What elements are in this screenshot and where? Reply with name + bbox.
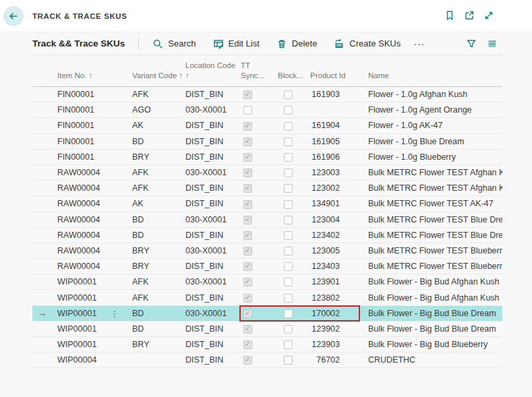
tt-sync-checkbox[interactable] [243, 340, 252, 349]
item-no-cell[interactable]: RAW00004 [57, 262, 132, 271]
blocked-checkbox[interactable] [284, 309, 293, 318]
item-no-cell[interactable]: RAW00004 [57, 246, 132, 255]
open-in-window-icon[interactable] [464, 10, 475, 21]
column-header-location-code[interactable]: Location Code↑ [185, 55, 241, 86]
item-no-cell[interactable]: RAW00004 [57, 215, 132, 224]
product-id-cell[interactable]: 123402 [310, 231, 368, 240]
location-code-cell[interactable]: DIST_BIN [185, 355, 241, 365]
name-cell[interactable]: Flower - 1.0g Blueberry [368, 152, 502, 162]
tt-sync-checkbox[interactable] [243, 138, 252, 146]
table-row[interactable]: RAW00004BRY030-X0001123005Bulk METRC Flo… [32, 243, 502, 259]
tt-sync-checkbox[interactable] [243, 325, 252, 334]
product-id-cell[interactable]: 123902 [310, 324, 368, 334]
view-options-icon[interactable] [487, 38, 498, 49]
product-id-cell[interactable]: 170002 [310, 309, 368, 318]
location-code-cell[interactable]: DIST_BIN [185, 231, 241, 240]
name-cell[interactable]: Bulk METRC Flower TEST Blueberry [368, 246, 502, 255]
tt-sync-checkbox[interactable] [243, 184, 252, 193]
variant-code-cell[interactable]: BRY [132, 152, 185, 162]
table-row[interactable]: WIP00001BDDIST_BIN123902Bulk Flower - Bi… [32, 322, 502, 337]
name-cell[interactable]: Bulk Flower - Big Bud Blue Dream [368, 309, 502, 318]
product-id-cell[interactable]: 161904 [310, 121, 368, 130]
variant-code-cell[interactable]: AFK [132, 293, 185, 303]
location-code-cell[interactable]: 030-X0001 [185, 246, 241, 255]
blocked-checkbox[interactable] [284, 184, 293, 193]
table-row[interactable]: WIP00001BRYDIST_BIN123903Bulk Flower - B… [32, 337, 502, 353]
product-id-cell[interactable]: 123901 [310, 277, 368, 286]
variant-code-cell[interactable]: BD [132, 309, 185, 318]
variant-code-cell[interactable]: AFK [132, 168, 185, 177]
name-cell[interactable]: Flower - 1.0g Afghan Kush [368, 90, 502, 99]
product-id-cell[interactable]: 123005 [310, 246, 368, 255]
table-row[interactable]: RAW00004BDDIST_BIN123402Bulk METRC Flowe… [32, 228, 502, 243]
location-code-cell[interactable]: DIST_BIN [185, 152, 241, 162]
name-cell[interactable]: Bulk METRC Flower TEST AK-47 [368, 199, 502, 208]
name-cell[interactable]: Bulk Flower - Big Bud Afghan Kush [368, 293, 502, 303]
item-no-cell[interactable]: WIP00004 [57, 355, 132, 365]
variant-code-cell[interactable]: BD [132, 231, 185, 240]
blocked-checkbox[interactable] [284, 231, 293, 240]
product-id-cell[interactable]: 76702 [310, 355, 368, 365]
blocked-checkbox[interactable] [284, 356, 293, 365]
tt-sync-checkbox[interactable] [243, 309, 252, 318]
delete-button[interactable]: Delete [276, 38, 318, 49]
name-cell[interactable]: Flower - 1.0g AK-47 [368, 121, 502, 130]
product-id-cell[interactable]: 161906 [310, 152, 368, 162]
name-cell[interactable]: Flower - 1.0g Blue Dream [368, 137, 502, 146]
name-cell[interactable]: Bulk Flower - Big Bud Blueberry [368, 340, 502, 349]
table-row[interactable]: FIN00001AKDIST_BIN161904Flower - 1.0g AK… [32, 118, 502, 133]
product-id-cell[interactable]: 123003 [310, 168, 368, 177]
table-row[interactable]: WIP00004DIST_BIN76702CRUDETHC [32, 353, 502, 368]
bookmark-icon[interactable] [444, 10, 455, 21]
location-code-cell[interactable]: DIST_BIN [185, 293, 241, 303]
blocked-checkbox[interactable] [284, 262, 293, 271]
location-code-cell[interactable]: DIST_BIN [185, 121, 241, 130]
location-code-cell[interactable]: 030-X0001 [185, 309, 241, 318]
location-code-cell[interactable]: DIST_BIN [185, 199, 241, 208]
search-button[interactable]: Search [152, 38, 196, 49]
name-cell[interactable]: CRUDETHC [368, 355, 502, 365]
blocked-checkbox[interactable] [284, 325, 293, 334]
variant-code-cell[interactable]: BRY [132, 262, 185, 271]
blocked-checkbox[interactable] [284, 216, 293, 224]
location-code-cell[interactable]: DIST_BIN [185, 324, 241, 334]
tt-sync-checkbox[interactable] [243, 122, 252, 131]
column-header-item-no[interactable]: Item No. ↑ [57, 55, 132, 86]
name-cell[interactable]: Bulk Flower - Big Bud Afghan Kush [368, 277, 502, 286]
tt-sync-checkbox[interactable] [243, 200, 252, 209]
product-id-cell[interactable]: 123004 [310, 215, 368, 224]
table-row[interactable]: WIP00001AFKDIST_BIN123802Bulk Flower - B… [32, 290, 502, 305]
item-no-cell[interactable]: WIP00001⋮ [57, 309, 132, 318]
blocked-checkbox[interactable] [284, 153, 293, 162]
variant-code-cell[interactable]: AFK [132, 277, 185, 286]
blocked-checkbox[interactable] [284, 294, 293, 303]
blocked-checkbox[interactable] [284, 138, 293, 146]
item-no-cell[interactable]: RAW00004 [57, 168, 132, 177]
name-cell[interactable]: Flower - 1.0g Agent Orange [368, 105, 502, 115]
item-no-cell[interactable]: WIP00001 [57, 277, 132, 286]
blocked-checkbox[interactable] [284, 340, 293, 349]
column-header-name[interactable]: Name [368, 55, 502, 86]
variant-code-cell[interactable]: AK [132, 121, 185, 130]
table-row[interactable]: RAW00004BD030-X0001123004Bulk METRC Flow… [32, 212, 502, 228]
blocked-checkbox[interactable] [284, 278, 293, 286]
item-no-cell[interactable]: WIP00001 [57, 293, 132, 303]
column-header-variant-code[interactable]: Variant Code ↑ [132, 55, 185, 86]
tt-sync-checkbox[interactable] [243, 294, 252, 303]
table-row[interactable]: WIP00001AFK030-X0001123901Bulk Flower - … [32, 274, 502, 290]
name-cell[interactable]: Bulk METRC Flower TEST Afghan Ku... [368, 168, 502, 177]
item-no-cell[interactable]: RAW00004 [57, 183, 132, 193]
name-cell[interactable]: Bulk METRC Flower TEST Afghan Ku... [368, 183, 502, 193]
tt-sync-checkbox[interactable] [243, 356, 252, 365]
item-no-cell[interactable]: FIN00001 [57, 90, 132, 99]
variant-code-cell[interactable]: AK [132, 199, 185, 208]
item-no-cell[interactable]: FIN00001 [57, 137, 132, 146]
table-row[interactable]: FIN00001AGO030-X0001Flower - 1.0g Agent … [32, 102, 502, 118]
product-id-cell[interactable]: 134901 [310, 199, 368, 208]
blocked-checkbox[interactable] [284, 200, 293, 209]
variant-code-cell[interactable]: BD [132, 215, 185, 224]
product-id-cell[interactable]: 123802 [310, 293, 368, 303]
item-no-cell[interactable]: WIP00001 [57, 340, 132, 349]
location-code-cell[interactable]: 030-X0001 [185, 277, 241, 286]
column-header-blocked[interactable]: Block... [278, 55, 310, 86]
